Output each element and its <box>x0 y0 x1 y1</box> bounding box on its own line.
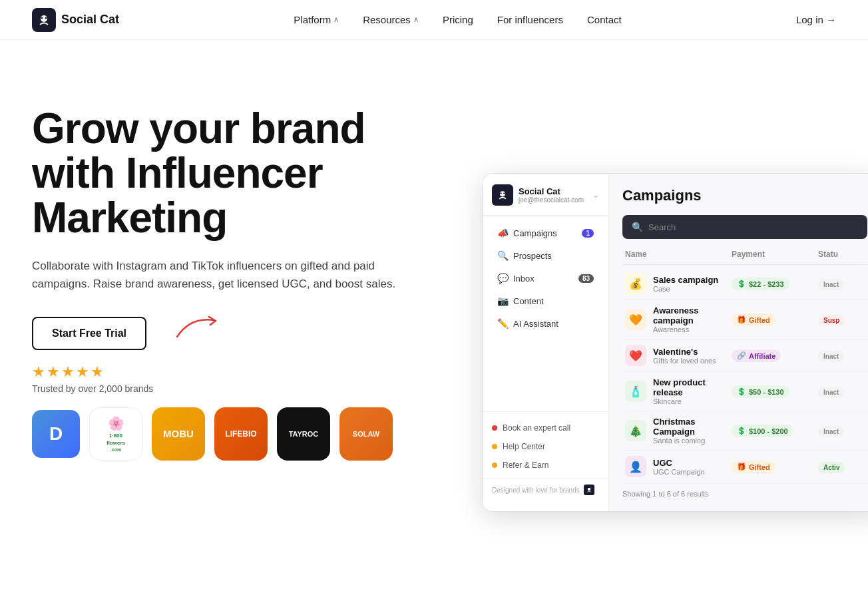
sidebar-refer-earn[interactable]: Refer & Earn <box>483 456 608 475</box>
nav-pricing[interactable]: Pricing <box>443 14 473 25</box>
prospects-label: Prospects <box>513 251 552 261</box>
svg-point-4 <box>500 192 501 194</box>
campaigns-badge: 1 <box>582 229 594 238</box>
svg-point-1 <box>41 17 43 19</box>
campaign-row-awareness[interactable]: 🧡 Awareness campaign Awareness 🎁 Gifted … <box>622 300 867 339</box>
campaign-info-valentines: Valentine's Gifts for loved ones <box>653 347 732 365</box>
campaign-icon-sales: 💰 <box>625 273 646 294</box>
hero-content: Grow your brand with Influencer Marketin… <box>32 93 445 461</box>
affiliate-icon: 🔗 <box>737 351 746 360</box>
nav-resources[interactable]: Resources ∧ <box>363 14 419 25</box>
brand-logo-tayroc: TAYROC <box>277 407 330 461</box>
campaign-info-awareness: Awareness campaign Awareness <box>653 305 732 333</box>
sidebar-item-content[interactable]: 📷 Content <box>488 290 603 311</box>
sidebar-item-ai[interactable]: ✏️ AI Assistant <box>488 313 603 334</box>
inbox-icon: 💬 <box>497 273 508 284</box>
paid2-icon: 💲 <box>737 387 746 396</box>
sidebar-item-prospects[interactable]: 🔍 Prospects <box>488 245 603 266</box>
svg-point-5 <box>503 192 505 194</box>
hero-section: Grow your brand with Influencer Marketin… <box>0 40 868 487</box>
showing-results-text: Showing 1 to 6 of 6 results <box>622 490 867 498</box>
sidebar-help-center[interactable]: Help Center <box>483 437 608 456</box>
star-rating: ★★★★★ <box>32 363 105 381</box>
campaign-row-christmas[interactable]: 🎄 Christmas Campaign Santa is coming 💲 $… <box>622 411 867 451</box>
sidebar-brand-icon <box>492 184 513 206</box>
campaign-row-newproduct[interactable]: 🧴 New product release Skincare 💲 $50 - $… <box>622 372 867 411</box>
brand-logo-mobu: MOBU <box>152 407 205 461</box>
table-header: Name Payment Statu <box>622 250 867 265</box>
campaign-row-sales[interactable]: 💰 Sales campaign Case 💲 $22 - $233 Inact <box>622 268 867 300</box>
payment-newproduct: 💲 $50 - $130 <box>732 385 818 398</box>
arrow-icon <box>170 310 224 346</box>
col-header-name: Name <box>625 250 732 259</box>
svg-point-6 <box>587 488 590 491</box>
payment-christmas: 💲 $100 - $200 <box>732 424 818 437</box>
resources-chevron-icon: ∧ <box>413 15 419 24</box>
start-free-trial-button[interactable]: Start Free Trial <box>32 317 146 350</box>
cta-container: Start Free Trial <box>32 317 445 350</box>
logo[interactable]: Social Cat <box>32 8 119 32</box>
nav-platform[interactable]: Platform ∧ <box>294 14 339 25</box>
logo-icon <box>32 8 56 32</box>
nav-influencers[interactable]: For influencers <box>497 14 563 25</box>
sidebar-book-call[interactable]: Book an expert call <box>483 419 608 437</box>
help-center-dot <box>492 444 497 449</box>
col-header-status: Statu <box>818 250 865 259</box>
ai-label: AI Assistant <box>513 319 558 329</box>
login-button[interactable]: Log in → <box>796 14 836 25</box>
campaigns-icon: 📣 <box>497 228 508 238</box>
campaign-info-christmas: Christmas Campaign Santa is coming <box>653 417 732 445</box>
prospects-icon: 🔍 <box>497 250 508 261</box>
designed-brand-icon <box>584 485 594 495</box>
campaign-row-ugc[interactable]: 👤 UGC UGC Campaign 🎁 Gifted Activ <box>622 451 867 483</box>
svg-point-2 <box>45 17 47 19</box>
sidebar-designed-text: Designed with love for brands <box>483 479 608 501</box>
logo-text: Social Cat <box>61 13 119 27</box>
sidebar-header: Social Cat joe@thesocialcat.com ⌄ <box>483 184 608 216</box>
nav-contact[interactable]: Contact <box>587 14 622 25</box>
sidebar-item-campaigns[interactable]: 📣 Campaigns 1 <box>488 222 603 244</box>
brand-logo-flowers: 🌸 1·800 flowers .com <box>89 407 142 461</box>
campaign-icon-christmas: 🎄 <box>625 420 646 441</box>
brand-logos: D 🌸 1·800 flowers .com MOBU LIFEBIO TAYR… <box>32 407 445 461</box>
status-newproduct: Inact <box>818 385 865 398</box>
stars-section: ★★★★★ <box>32 363 445 381</box>
campaign-info-sales: Sales campaign Case <box>653 275 732 293</box>
content-icon: 📷 <box>497 296 508 306</box>
campaign-row-valentines[interactable]: ❤️ Valentine's Gifts for loved ones 🔗 Af… <box>622 339 867 372</box>
campaign-icon-awareness: 🧡 <box>625 309 646 330</box>
campaign-info-ugc: UGC UGC Campaign <box>653 458 732 476</box>
ai-icon: ✏️ <box>497 318 508 329</box>
hero-title: Grow your brand with Influencer Marketin… <box>32 106 445 241</box>
payment-valentines: 🔗 Affiliate <box>732 349 818 362</box>
trusted-text: Trusted by over 2,000 brands <box>32 383 445 394</box>
gift-icon: 🎁 <box>737 315 746 324</box>
status-christmas: Inact <box>818 425 865 437</box>
status-valentines: Inact <box>818 349 865 362</box>
refer-earn-dot <box>492 463 497 468</box>
payment-awareness: 🎁 Gifted <box>732 313 818 326</box>
sidebar-item-inbox[interactable]: 💬 Inbox 83 <box>488 268 603 289</box>
status-awareness: Susp <box>818 313 865 326</box>
campaign-icon-ugc: 👤 <box>625 456 646 477</box>
app-main: Campaigns 🔍 Search Name Payment Statu 💰 … <box>609 174 868 511</box>
platform-chevron-icon: ∧ <box>333 15 339 24</box>
brand-logo-d: D <box>32 410 80 458</box>
campaign-info-newproduct: New product release Skincare <box>653 377 732 405</box>
paid3-icon: 💲 <box>737 427 746 435</box>
search-icon: 🔍 <box>632 222 643 232</box>
payment-ugc: 🎁 Gifted <box>732 460 818 473</box>
campaigns-label: Campaigns <box>513 228 557 238</box>
app-sidebar: Social Cat joe@thesocialcat.com ⌄ 📣 Camp… <box>483 174 609 511</box>
search-bar[interactable]: 🔍 Search <box>622 215 867 239</box>
campaigns-page-title: Campaigns <box>622 187 867 204</box>
content-label: Content <box>513 296 544 306</box>
inbox-badge: 83 <box>578 274 594 283</box>
gift2-icon: 🎁 <box>737 463 746 471</box>
sidebar-brand-email: joe@thesocialcat.com <box>519 196 584 204</box>
sidebar-footer: Book an expert call Help Center Refer & … <box>483 411 608 501</box>
campaign-icon-valentines: ❤️ <box>625 345 646 366</box>
col-header-payment: Payment <box>732 250 818 259</box>
book-call-dot <box>492 425 497 431</box>
app-screenshot: Social Cat joe@thesocialcat.com ⌄ 📣 Camp… <box>482 173 868 512</box>
